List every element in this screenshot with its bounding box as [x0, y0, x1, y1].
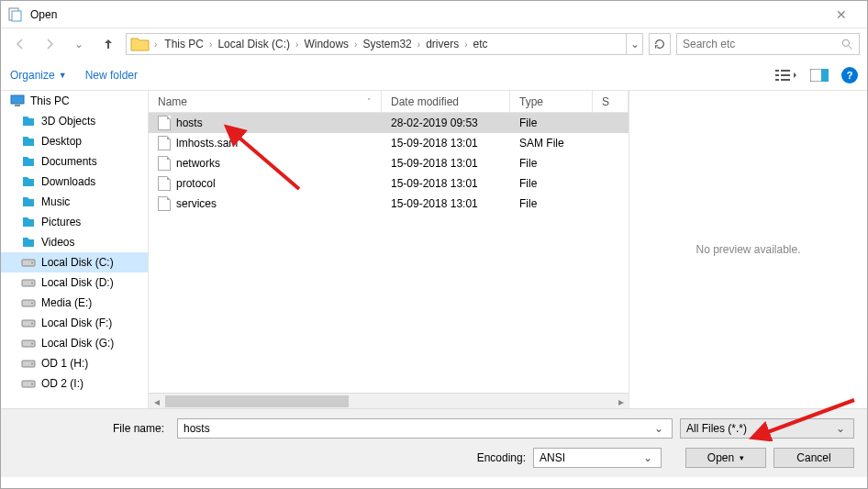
refresh-button[interactable] [649, 33, 671, 55]
chevron-right-icon: › [207, 39, 214, 50]
breadcrumb-item[interactable]: This PC [161, 36, 207, 52]
breadcrumb-item[interactable]: drivers [422, 36, 462, 52]
encoding-label: Encoding: [477, 451, 526, 464]
file-type-filter[interactable]: All Files (*.*)⌄ [680, 418, 854, 439]
sidebar-item-label: OD 1 (H:) [41, 357, 88, 370]
file-icon [158, 196, 171, 211]
sidebar-item[interactable]: Downloads [1, 172, 148, 192]
scroll-right-icon[interactable]: ▸ [613, 394, 629, 409]
drive-icon [21, 376, 36, 391]
close-button[interactable]: ✕ [823, 7, 860, 22]
svg-rect-9 [781, 79, 790, 81]
file-name: protocol [176, 177, 216, 190]
svg-rect-13 [15, 105, 20, 106]
svg-point-27 [31, 383, 33, 385]
svg-rect-12 [11, 95, 24, 104]
sidebar-item[interactable]: Pictures [1, 212, 148, 232]
svg-rect-5 [775, 74, 779, 76]
file-row[interactable]: lmhosts.sam15-09-2018 13:01SAM File [149, 133, 629, 153]
file-date: 15-09-2018 13:01 [382, 197, 510, 210]
new-folder-button[interactable]: New folder [85, 69, 138, 82]
breadcrumb-item[interactable]: System32 [359, 36, 415, 52]
recent-dropdown[interactable]: ⌄ [67, 32, 91, 56]
file-row[interactable]: networks15-09-2018 13:01File [149, 153, 629, 173]
footer: File name: ⌄ All Files (*.*)⌄ Encoding: … [1, 408, 867, 477]
file-row[interactable]: hosts28-02-2019 09:53File [149, 113, 629, 133]
drive-icon [21, 154, 36, 169]
breadcrumb-item[interactable]: Local Disk (C:) [214, 36, 294, 52]
sidebar-item-label: Pictures [41, 216, 81, 228]
drive-icon [21, 235, 36, 250]
horizontal-scrollbar[interactable]: ◂ ▸ [149, 393, 629, 408]
chevron-down-icon: ⌄ [640, 451, 655, 464]
preview-pane-button[interactable] [810, 69, 829, 82]
sidebar-item[interactable]: OD 2 (I:) [1, 373, 148, 394]
sidebar: This PC 3D ObjectsDesktopDocumentsDownlo… [1, 91, 148, 408]
file-row[interactable]: protocol15-09-2018 13:01File [149, 173, 629, 194]
scrollbar-thumb[interactable] [165, 395, 349, 407]
forward-button[interactable] [38, 32, 61, 56]
preview-pane: No preview available. [629, 91, 867, 408]
sidebar-item-label: Videos [41, 236, 74, 249]
cancel-button[interactable]: Cancel [773, 448, 854, 468]
svg-rect-4 [775, 70, 779, 72]
svg-point-15 [31, 262, 33, 264]
file-name: lmhosts.sam [176, 137, 238, 150]
scroll-left-icon[interactable]: ◂ [149, 394, 164, 409]
column-date[interactable]: Date modified [382, 91, 510, 112]
sidebar-item[interactable]: OD 1 (H:) [1, 353, 148, 373]
sidebar-item[interactable]: Music [1, 192, 148, 212]
sidebar-item[interactable]: Videos [1, 232, 148, 252]
svg-point-19 [31, 303, 33, 305]
breadcrumb-bar[interactable]: › This PC›Local Disk (C:)›Windows›System… [126, 33, 643, 55]
search-input[interactable] [683, 38, 841, 50]
navbar: ⌄ › This PC›Local Disk (C:)›Windows›Syst… [1, 28, 867, 60]
sidebar-item[interactable]: 3D Objects [1, 111, 148, 131]
organize-button[interactable]: Organize ▼ [10, 69, 67, 82]
sidebar-item-label: Local Disk (G:) [41, 337, 114, 350]
sidebar-item[interactable]: Local Disk (F:) [1, 313, 148, 333]
window-title: Open [30, 8, 57, 21]
search-box[interactable] [676, 33, 860, 55]
sidebar-item[interactable]: Desktop [1, 131, 148, 151]
sidebar-item-label: Media (E:) [41, 296, 92, 309]
back-button[interactable] [8, 32, 32, 56]
encoding-select[interactable]: ANSI⌄ [533, 448, 662, 468]
filename-input-wrap[interactable]: ⌄ [177, 418, 673, 439]
sidebar-item-label: Documents [41, 155, 97, 168]
column-type[interactable]: Type [510, 91, 593, 112]
help-button[interactable]: ? [841, 67, 858, 83]
file-row[interactable]: services15-09-2018 13:01File [149, 194, 629, 214]
file-icon [158, 156, 171, 171]
up-button[interactable] [96, 32, 120, 56]
drive-icon [21, 114, 36, 128]
svg-point-2 [842, 39, 849, 46]
sidebar-item[interactable]: Local Disk (G:) [1, 333, 148, 353]
sidebar-item[interactable]: Local Disk (C:) [1, 252, 148, 272]
filename-dropdown-icon[interactable]: ⌄ [651, 422, 666, 435]
sidebar-item[interactable]: Media (E:) [1, 293, 148, 313]
filename-input[interactable] [184, 422, 651, 435]
sidebar-item-label: Local Disk (C:) [41, 256, 114, 269]
pc-icon [10, 94, 25, 108]
sidebar-item-label: Music [41, 195, 70, 208]
open-button[interactable]: Open▾ [685, 448, 766, 468]
breadcrumb-item[interactable]: Windows [300, 36, 352, 52]
breadcrumb-dropdown[interactable]: ⌄ [626, 34, 642, 54]
preview-text: No preview available. [696, 243, 800, 256]
sidebar-item[interactable]: Local Disk (D:) [1, 272, 148, 293]
drive-icon [21, 215, 36, 229]
folder-icon [130, 35, 150, 53]
svg-point-25 [31, 363, 33, 365]
file-date: 28-02-2019 09:53 [382, 117, 510, 129]
sidebar-item[interactable]: Documents [1, 151, 148, 172]
column-name[interactable]: Name˄ [149, 91, 382, 112]
svg-rect-1 [12, 11, 21, 21]
breadcrumb-item[interactable]: etc [470, 36, 492, 52]
file-name: networks [176, 157, 220, 170]
view-button[interactable] [775, 68, 797, 83]
column-headers[interactable]: Name˄ Date modified Type S [149, 91, 629, 113]
sidebar-this-pc[interactable]: This PC [1, 91, 148, 111]
filename-label: File name: [14, 422, 170, 435]
column-size[interactable]: S [593, 91, 629, 112]
